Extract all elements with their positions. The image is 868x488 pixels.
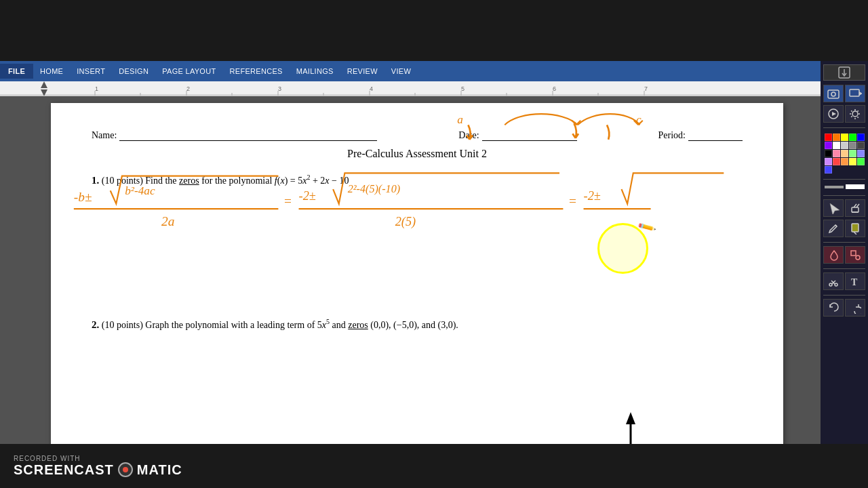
question-1: 1. (10 points) Find the zeros for the po… <box>92 172 743 188</box>
sidebar-btn-record[interactable] <box>845 85 865 102</box>
svg-text:2a: 2a <box>161 214 174 228</box>
color-swatch[interactable] <box>825 158 832 165</box>
undo-tool-button[interactable] <box>845 246 865 264</box>
svg-marker-39 <box>626 412 635 424</box>
color-swatch[interactable] <box>825 150 832 157</box>
redo-button[interactable] <box>845 299 865 317</box>
highlight-tool-button[interactable] <box>845 220 865 237</box>
tab-page-layout[interactable]: PAGE LAYOUT <box>155 64 222 79</box>
q1-number: 1. <box>92 175 99 186</box>
tab-review[interactable]: REVIEW <box>340 64 384 79</box>
date-field: Date: <box>458 130 576 141</box>
svg-rect-46 <box>852 207 859 212</box>
scissors-button[interactable] <box>823 272 844 290</box>
color-swatch[interactable] <box>833 142 840 149</box>
sidebar-btn-play[interactable] <box>823 105 844 123</box>
brand-name: SCREENCAST <box>14 462 114 478</box>
tab-insert[interactable]: INSERT <box>70 64 112 79</box>
color-swatch[interactable] <box>833 134 840 141</box>
svg-text:2(5): 2(5) <box>395 215 416 229</box>
color-swatch[interactable] <box>849 150 856 157</box>
svg-text:4: 4 <box>370 85 373 92</box>
svg-rect-41 <box>828 90 839 98</box>
svg-text:2: 2 <box>186 85 190 92</box>
period-line <box>688 130 743 141</box>
sidebar-divider-4 <box>823 242 865 243</box>
color-swatch[interactable] <box>841 134 848 141</box>
play-icon <box>827 108 840 120</box>
eraser-tool-button[interactable] <box>845 199 865 217</box>
recorded-with-section: RECORDED WITH SCREENCAST MATIC <box>14 455 182 478</box>
right-sidebar: T <box>821 61 868 488</box>
period-field: Period: <box>658 130 743 141</box>
color-swatch[interactable] <box>857 134 865 141</box>
color-swatch[interactable] <box>833 158 840 165</box>
stroke-row <box>823 183 866 190</box>
color-swatch[interactable] <box>833 150 840 157</box>
doc-area: Name: Date: Period: Pre-Calculus Assessm… <box>0 96 821 488</box>
top-bar <box>0 0 868 61</box>
tool-row-4: T <box>823 272 865 290</box>
color-swatch[interactable] <box>841 150 848 157</box>
logo-circle <box>118 462 133 477</box>
tab-home[interactable]: HOME <box>33 64 70 79</box>
shapes-icon <box>849 249 861 261</box>
color-swatch[interactable] <box>857 158 865 165</box>
color-swatch[interactable] <box>825 134 832 141</box>
svg-text:1: 1 <box>95 85 98 92</box>
tab-view[interactable]: VIEW <box>384 64 418 79</box>
screencast-logo: SCREENCAST MATIC <box>14 462 182 478</box>
pen-icon <box>827 222 840 235</box>
share-button[interactable] <box>823 64 865 81</box>
stroke-thin[interactable] <box>825 186 844 188</box>
redo-icon <box>849 302 861 314</box>
color-swatch[interactable] <box>857 150 865 157</box>
sidebar-divider-5 <box>823 268 865 269</box>
color-swatch[interactable] <box>849 134 856 141</box>
color-swatch[interactable] <box>841 142 848 149</box>
record-icon <box>848 87 862 100</box>
color-swatch[interactable] <box>857 142 865 149</box>
period-label: Period: <box>658 130 686 141</box>
sidebar-divider-1 <box>823 127 865 128</box>
date-line <box>482 130 577 141</box>
sidebar-divider-3 <box>823 195 865 196</box>
tab-file[interactable]: FILE <box>0 64 33 79</box>
tab-design[interactable]: DESIGN <box>112 64 155 79</box>
date-label: Date: <box>458 130 479 141</box>
select-tool-button[interactable] <box>823 199 844 217</box>
sidebar-divider-6 <box>823 295 865 296</box>
doc-title: Pre-Calculus Assessment Unit 2 <box>92 148 743 160</box>
tab-references[interactable]: REFERENCES <box>223 64 290 79</box>
tool-row-3 <box>823 246 865 264</box>
color-swatch[interactable] <box>841 158 848 165</box>
stroke-medium[interactable] <box>846 184 865 189</box>
svg-text:T: T <box>851 277 858 287</box>
question-2: 2. (10 points) Graph the polynomial with… <box>92 317 743 332</box>
camera-icon <box>827 87 840 100</box>
svg-text:5: 5 <box>461 85 465 92</box>
text-button[interactable]: T <box>845 272 865 290</box>
svg-text:=: = <box>284 194 292 208</box>
brand-suffix: MATIC <box>137 462 182 478</box>
pen-tool-button[interactable] <box>823 220 844 237</box>
color-swatch[interactable] <box>825 166 832 174</box>
color-swatch[interactable] <box>825 142 832 149</box>
q2-text: (10 points) Graph the polynomial with a … <box>102 320 458 330</box>
sidebar-row-2 <box>823 105 865 123</box>
bottom-bar: RECORDED WITH SCREENCAST MATIC <box>0 444 868 488</box>
gear-icon <box>848 108 862 120</box>
color-swatch[interactable] <box>849 158 856 165</box>
svg-rect-49 <box>851 251 856 256</box>
tool-row-2 <box>823 220 865 237</box>
color-swatch[interactable] <box>849 142 856 149</box>
undo-button[interactable] <box>823 299 844 317</box>
bucket-tool-button[interactable] <box>823 246 844 264</box>
tab-mailings[interactable]: MAILINGS <box>290 64 340 79</box>
sidebar-row-1 <box>823 85 865 102</box>
svg-rect-43 <box>850 89 859 96</box>
sidebar-btn-settings[interactable] <box>845 105 865 123</box>
tool-row-5 <box>823 299 865 317</box>
sidebar-btn-screenshot[interactable] <box>823 85 844 102</box>
svg-text:-2±: -2± <box>299 189 316 203</box>
